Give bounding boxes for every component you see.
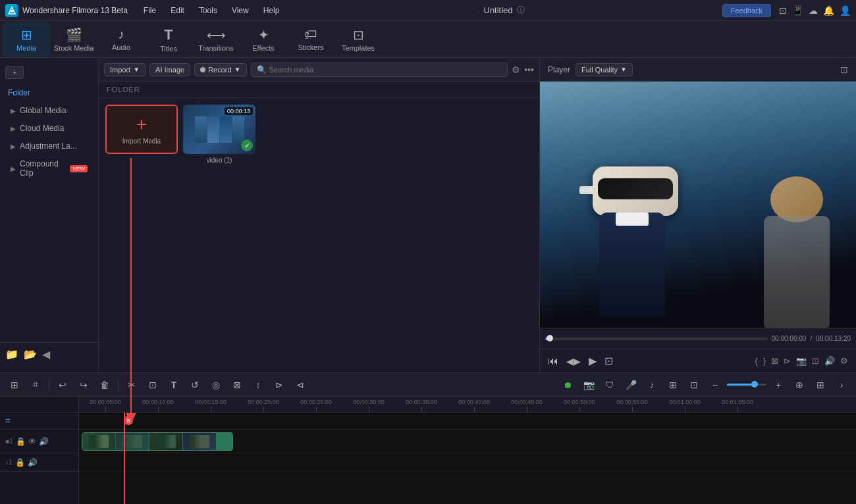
out-point-icon[interactable]: } (763, 356, 766, 366)
transitions-tab-label: Transitions (198, 44, 233, 52)
mic-tl-btn[interactable]: 🎤 (622, 376, 640, 394)
menu-help[interactable]: Help (257, 3, 286, 18)
tab-effects[interactable]: ✦ Effects (240, 22, 287, 57)
settings-icon[interactable]: ⚙ (840, 356, 848, 366)
sidebar-cloud-media-label: Cloud Media (20, 124, 64, 133)
notification-icon[interactable]: 🔔 (823, 5, 834, 16)
ruler-tick-2 (211, 407, 211, 412)
ai-image-button[interactable]: AI Image (149, 63, 190, 76)
add-folder-icon[interactable]: 📂 (24, 348, 37, 361)
more-tl-btn[interactable]: › (832, 376, 851, 394)
progress-bar[interactable] (545, 338, 768, 340)
camera-tl-btn[interactable]: 📷 (579, 376, 598, 394)
timeline-area: ⊞ ⌗ ↩ ↪ 🗑 ✂ ⊡ T ↺ ◎ ⊠ ↕ ⊳ ⊲ ⏺ 📷 🛡 🎤 ♪ ⊞ … (0, 372, 856, 504)
tab-templates[interactable]: ⊡ Templates (334, 22, 382, 57)
sidebar-item-compound-clip[interactable]: ▶ Compound Clip NEW (3, 155, 95, 182)
preview-expand-icon[interactable]: ⊡ (840, 64, 848, 75)
plus-zoom-btn[interactable]: + (769, 376, 788, 394)
in-point-icon[interactable]: { (755, 356, 757, 366)
volume-icon[interactable]: 🔊 (824, 356, 835, 366)
quality-select[interactable]: Full Quality ▼ (575, 63, 633, 76)
clip-frame-3 (149, 433, 182, 450)
user-avatar-icon[interactable]: 👤 (840, 5, 851, 16)
shield-tl-btn[interactable]: 🛡 (601, 376, 619, 394)
feedback-button[interactable]: Feedback (722, 4, 771, 17)
video-track-lock-icon[interactable]: 🔒 (16, 437, 26, 446)
step-back-button[interactable]: ⏮ (548, 355, 558, 367)
circle-button[interactable]: ◎ (207, 376, 225, 394)
mobile-icon[interactable]: 📱 (792, 5, 803, 16)
snapshot-icon[interactable]: 📷 (796, 356, 807, 366)
filter-icon[interactable]: ⚙ (512, 64, 520, 75)
timeline-ruler: 00:00:05:00 00:00:10:00 00:00:15:00 00:0… (79, 397, 856, 413)
audio-track-speaker-icon[interactable]: 🔊 (28, 458, 38, 467)
flip-button[interactable]: ↕ (249, 376, 267, 394)
tab-stock-media[interactable]: 🎬 Stock Media (50, 22, 97, 57)
zoom-handle[interactable] (751, 381, 758, 388)
mark-icon[interactable]: ⊳ (784, 356, 791, 366)
timeline-scene-btn[interactable]: ⊞ (5, 376, 24, 394)
text-button[interactable]: T (165, 376, 183, 394)
grid-tl-btn[interactable]: ⊞ (664, 376, 682, 394)
import-media-card[interactable]: + Import Media (105, 105, 178, 154)
tab-titles[interactable]: T Titles (145, 22, 192, 57)
audio-track-num: ♪1 (5, 459, 13, 466)
search-box: 🔍 (251, 63, 508, 77)
rotate-button[interactable]: ↺ (186, 376, 204, 394)
video-track-eye-icon[interactable]: 👁 (28, 437, 36, 446)
music-tl-btn[interactable]: ♪ (643, 376, 661, 394)
timeline-link-btn[interactable]: ⌗ (26, 376, 45, 394)
play-back-btn[interactable]: ⊲ (291, 376, 309, 394)
record-button[interactable]: Record ▼ (194, 63, 246, 76)
audio-track-lock-icon[interactable]: 🔒 (15, 458, 25, 467)
redo-button[interactable]: ↪ (74, 376, 93, 394)
add-track-btn[interactable]: ⊕ (790, 376, 809, 394)
main-toolbar: ⊞ Media 🎬 Stock Media ♪ Audio T Titles ⟷… (0, 21, 856, 58)
tab-transitions[interactable]: ⟷ Transitions (192, 22, 240, 57)
project-title: Untitled (484, 5, 513, 15)
fullscreen-icon[interactable]: ⊡ (812, 356, 819, 366)
folder-icon[interactable]: 📁 (5, 348, 18, 361)
tab-media[interactable]: ⊞ Media (3, 22, 50, 57)
delete-button[interactable]: 🗑 (95, 376, 114, 394)
trim-icon[interactable]: ⊠ (771, 356, 778, 366)
play-button[interactable]: ▶ (589, 355, 597, 367)
menu-tools[interactable]: Tools (192, 3, 224, 18)
video-track-num: ■1 (5, 438, 13, 445)
video-track-speaker-icon[interactable]: 🔊 (39, 437, 49, 446)
tab-audio[interactable]: ♪ Audio (97, 22, 145, 57)
add-folder-button[interactable]: + (5, 66, 24, 79)
minus-zoom-btn[interactable]: − (706, 376, 724, 394)
import-button[interactable]: Import ▼ (104, 63, 146, 76)
search-input[interactable] (269, 66, 502, 74)
tab-stickers[interactable]: 🏷 Stickers (287, 22, 334, 57)
collapse-sidebar-icon[interactable]: ◀ (42, 348, 50, 361)
cut-button[interactable]: ✂ (122, 376, 141, 394)
progress-handle[interactable] (547, 335, 553, 341)
monitor-icon[interactable]: ⊡ (779, 5, 787, 16)
play-reverse-button[interactable]: ◀▶ (566, 356, 581, 366)
cloud-upload-icon[interactable]: ☁ (809, 5, 818, 16)
time-separator: / (810, 335, 812, 342)
layout-btn[interactable]: ⊞ (811, 376, 830, 394)
sidebar-item-adjustment[interactable]: ▶ Adjustment La... (3, 138, 95, 155)
menu-file[interactable]: File (137, 3, 163, 18)
step-forward-button[interactable]: ⊡ (604, 355, 613, 367)
link-tracks-icon[interactable]: ⌗ (5, 415, 11, 426)
monitor-tl-btn[interactable]: ⊡ (685, 376, 703, 394)
more-options-icon[interactable]: ••• (524, 64, 534, 75)
record-tl-btn[interactable]: ⏺ (558, 376, 577, 394)
crop-button[interactable]: ⊡ (144, 376, 162, 394)
transform-button[interactable]: ⊠ (228, 376, 246, 394)
undo-button[interactable]: ↩ (53, 376, 72, 394)
menu-view[interactable]: View (225, 3, 255, 18)
ruler-mark-0: 00:00:05:00 (79, 399, 132, 412)
play-forward-btn[interactable]: ⊳ (270, 376, 288, 394)
video-clip[interactable] (82, 432, 233, 451)
menu-edit[interactable]: Edit (164, 3, 191, 18)
sidebar-item-cloud-media[interactable]: ▶ Cloud Media (3, 120, 95, 137)
video-media-card[interactable]: 00:00:13 ✓ video (1) (183, 105, 255, 164)
ruler-time-3: 00:00:20:00 (248, 399, 279, 405)
sidebar-item-global-media[interactable]: ▶ Global Media (3, 102, 95, 119)
sidebar-adjustment-label: Adjustment La... (20, 141, 77, 151)
